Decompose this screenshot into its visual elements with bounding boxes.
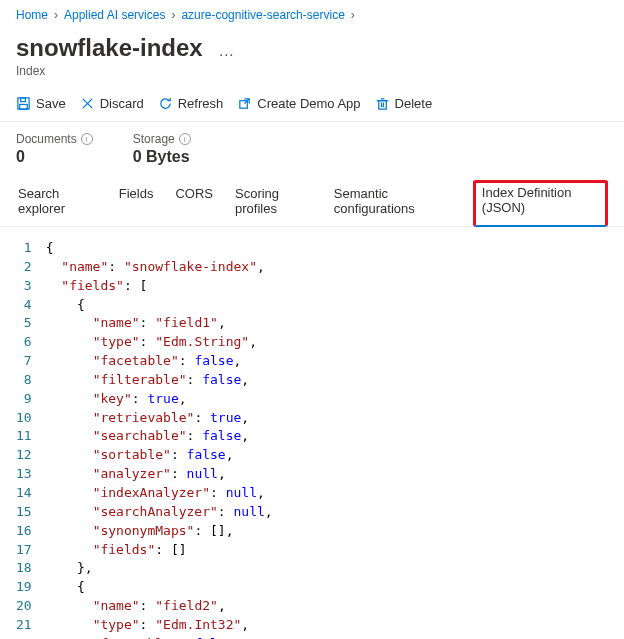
- breadcrumb: Home › Applied AI services › azure-cogni…: [0, 0, 624, 30]
- code-content: { "name": "snowflake-index", "fields": […: [46, 239, 273, 639]
- svg-rect-7: [378, 101, 386, 109]
- page-title: snowflake-index: [16, 34, 203, 62]
- breadcrumb-applied-ai[interactable]: Applied AI services: [64, 8, 165, 22]
- breadcrumb-service[interactable]: azure-cognitive-search-service: [181, 8, 344, 22]
- storage-value: 0 Bytes: [133, 148, 191, 166]
- tabs: Search explorer Fields CORS Scoring prof…: [0, 172, 624, 227]
- storage-stat: Storagei 0 Bytes: [133, 132, 191, 166]
- refresh-button[interactable]: Refresh: [158, 96, 224, 111]
- tab-index-definition-json[interactable]: Index Definition (JSON): [473, 180, 608, 227]
- toolbar: Save Discard Refresh Create Demo App Del…: [0, 86, 624, 122]
- chevron-right-icon: ›: [171, 8, 175, 22]
- tab-cors[interactable]: CORS: [173, 180, 215, 226]
- close-icon: [80, 96, 95, 111]
- page-header: snowflake-index … Index: [0, 30, 624, 86]
- more-actions-button[interactable]: …: [218, 42, 234, 60]
- stats-row: Documentsi 0 Storagei 0 Bytes: [0, 122, 624, 172]
- save-icon: [16, 96, 31, 111]
- chevron-right-icon: ›: [54, 8, 58, 22]
- delete-icon: [375, 96, 390, 111]
- documents-stat: Documentsi 0: [16, 132, 93, 166]
- create-demo-app-button[interactable]: Create Demo App: [237, 96, 360, 111]
- page-subtitle: Index: [16, 64, 608, 78]
- info-icon[interactable]: i: [81, 133, 93, 145]
- json-editor[interactable]: 1234567891011121314151617181920212223242…: [0, 227, 624, 639]
- svg-rect-1: [21, 98, 26, 102]
- refresh-icon: [158, 96, 173, 111]
- line-numbers: 1234567891011121314151617181920212223242…: [16, 239, 46, 639]
- delete-button[interactable]: Delete: [375, 96, 433, 111]
- external-icon: [237, 96, 252, 111]
- tab-search-explorer[interactable]: Search explorer: [16, 180, 99, 226]
- tab-semantic-configurations[interactable]: Semantic configurations: [332, 180, 455, 226]
- discard-button[interactable]: Discard: [80, 96, 144, 111]
- svg-rect-2: [20, 104, 28, 109]
- info-icon[interactable]: i: [179, 133, 191, 145]
- chevron-right-icon: ›: [351, 8, 355, 22]
- breadcrumb-home[interactable]: Home: [16, 8, 48, 22]
- tab-scoring-profiles[interactable]: Scoring profiles: [233, 180, 314, 226]
- tab-fields[interactable]: Fields: [117, 180, 156, 226]
- documents-value: 0: [16, 148, 93, 166]
- save-button[interactable]: Save: [16, 96, 66, 111]
